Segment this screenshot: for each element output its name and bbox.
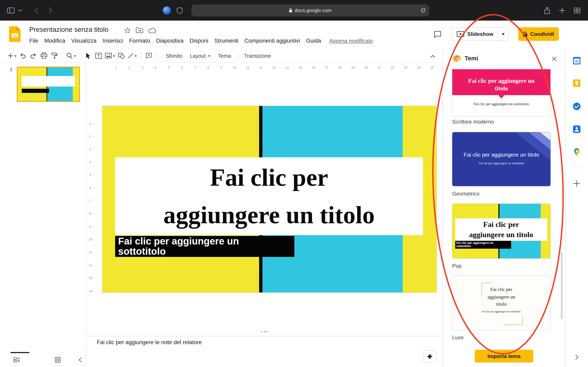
undo-button[interactable] (17, 50, 28, 61)
theme-card-geometrico[interactable]: Fai clic per aggiungere un titolo Fai cl… (452, 132, 551, 187)
ruler-tick: 4 (86, 156, 94, 169)
ruler-tick: 13 (268, 64, 281, 70)
ruler-tick: 14 (86, 285, 94, 298)
slide-number: 1 (10, 67, 12, 72)
ruler-tick: 8 (202, 64, 215, 70)
menu-inserisci[interactable]: Inserisci (99, 35, 126, 46)
reload-icon[interactable] (420, 8, 426, 13)
geometric-triangles (452, 132, 550, 186)
theme4-subtitle: Fai clic per aggiungere un sottotitolo (479, 309, 524, 314)
share-icon[interactable] (541, 5, 553, 16)
ruler-tick: 9 (86, 220, 94, 233)
title-placeholder[interactable]: Fai clic per aggiungere un titolo (115, 157, 423, 235)
import-theme-button[interactable]: Importa tema (475, 350, 533, 363)
close-icon[interactable] (552, 56, 557, 62)
theme-card-luxe[interactable]: Fai clic per aggiungere un titolo Fai cl… (452, 275, 551, 330)
grid-view-button[interactable] (52, 355, 63, 364)
add-addon-icon[interactable] (571, 178, 583, 190)
tab-overview-icon[interactable] (571, 5, 583, 16)
ruler-tick: 13 (86, 272, 94, 285)
insert-image-icon[interactable] (104, 50, 116, 61)
calendar-icon[interactable]: 31 (571, 55, 583, 67)
docs-header: Presentazione senza titolo FileModificaV… (0, 21, 588, 49)
ruler-tick: 4 (149, 64, 162, 70)
collapse-rail-icon[interactable] (571, 351, 583, 363)
ruler-tick: 10 (86, 233, 94, 246)
theme-button[interactable]: Tema (214, 50, 235, 61)
menu-componenti-aggiuntivi[interactable]: Componenti aggiuntivi (241, 35, 303, 46)
star-icon[interactable] (123, 26, 132, 34)
shield-icon[interactable] (174, 5, 185, 16)
paint-format-icon[interactable] (49, 50, 60, 61)
menu-strumenti[interactable]: Strumenti (211, 35, 241, 46)
last-edit-link[interactable]: Appena modificato (329, 38, 373, 44)
sidebar-chevron-button[interactable] (17, 5, 24, 16)
share-label: Condividi (530, 31, 554, 37)
menu-diapositiva[interactable]: Diapositiva (153, 35, 187, 46)
tasks-icon[interactable] (571, 100, 583, 112)
slide[interactable]: Fai clic per aggiungere un titolo Fai cl… (102, 106, 437, 292)
menu-formato[interactable]: Formato (126, 35, 153, 46)
print-icon[interactable] (39, 50, 49, 61)
theme-name: Scrittore moderno (452, 119, 494, 125)
menu-guida[interactable]: Guida (303, 35, 324, 46)
slideshow-button[interactable]: Slideshow (452, 27, 509, 41)
back-button[interactable] (31, 5, 42, 16)
menu-visualizza[interactable]: Visualizza (68, 35, 99, 46)
maps-icon[interactable] (571, 146, 583, 158)
extension-icon[interactable] (163, 6, 171, 14)
svg-text:31: 31 (575, 59, 579, 63)
theme1-title-area: Fai clic per aggiungere un titolo (452, 69, 550, 95)
new-slide-button[interactable] (7, 50, 17, 61)
background-button[interactable]: Sfondo (162, 50, 186, 61)
comment-history-icon[interactable] (431, 28, 444, 41)
ruler-tick: 1 (86, 117, 94, 130)
filmstrip-view-button[interactable] (11, 355, 22, 364)
title-line1: Fai clic per (210, 159, 328, 196)
theme-card-pop[interactable]: Fai clic per aggiungere un titolo Fai cl… (452, 203, 551, 259)
zoom-button[interactable] (65, 50, 77, 61)
transition-button[interactable]: Transizione (240, 50, 275, 61)
theme-card-scrittore-moderno[interactable]: Fai clic per aggiungere un titolo Fai cl… (452, 69, 551, 117)
slideshow-main[interactable]: Slideshow (452, 28, 498, 40)
thumb-subtitle-bar (22, 89, 49, 93)
active-view-indicator (10, 352, 29, 353)
panel-scrollbar[interactable] (561, 252, 563, 319)
themes-panel-header: Temi (443, 49, 565, 69)
insert-comment-icon[interactable] (144, 50, 154, 61)
move-folder-icon[interactable] (135, 26, 144, 34)
insert-shape-icon[interactable] (116, 50, 127, 61)
speaker-notes-input[interactable]: Fai clic per aggiungere le note del rela… (97, 339, 202, 345)
subtitle-placeholder[interactable]: Fai clic per aggiungere un sottotitolo (115, 236, 294, 257)
notes-resize-handle[interactable] (261, 331, 268, 332)
menu-disponi[interactable]: Disponi (187, 35, 211, 46)
collapse-filmstrip-button[interactable] (74, 355, 86, 364)
ruler-tick: 8 (86, 207, 94, 220)
ruler-tick: 25 (425, 64, 438, 70)
share-button[interactable]: Condividi (518, 27, 559, 41)
url-text: docs.google.com (295, 8, 332, 13)
menu-file[interactable]: File (26, 35, 42, 46)
forward-button[interactable] (45, 5, 56, 16)
collapse-toolbar-icon[interactable] (428, 52, 437, 60)
slideshow-dropdown[interactable] (498, 28, 508, 40)
insert-line-icon[interactable] (127, 50, 138, 61)
explore-button[interactable] (423, 350, 437, 363)
slides-logo[interactable] (9, 26, 21, 42)
select-tool-icon[interactable] (83, 50, 93, 61)
thumb-title-bar (22, 76, 75, 87)
slide-thumbnail[interactable] (17, 67, 80, 102)
new-tab-icon[interactable] (557, 5, 568, 16)
textbox-icon[interactable] (93, 50, 104, 61)
sidebar-toggle-button[interactable] (5, 5, 17, 16)
address-bar[interactable]: docs.google.com (191, 4, 429, 16)
cloud-status-icon[interactable] (148, 26, 157, 34)
document-title[interactable]: Presentazione senza titolo (29, 25, 108, 34)
layout-button[interactable]: Layout (186, 50, 214, 61)
chevron-down-icon (74, 55, 76, 58)
contacts-icon[interactable] (571, 123, 583, 135)
keep-icon[interactable] (571, 77, 583, 89)
ruler-tick: 6 (175, 64, 189, 70)
redo-button[interactable] (28, 50, 39, 61)
menu-modifica[interactable]: Modifica (41, 35, 68, 46)
